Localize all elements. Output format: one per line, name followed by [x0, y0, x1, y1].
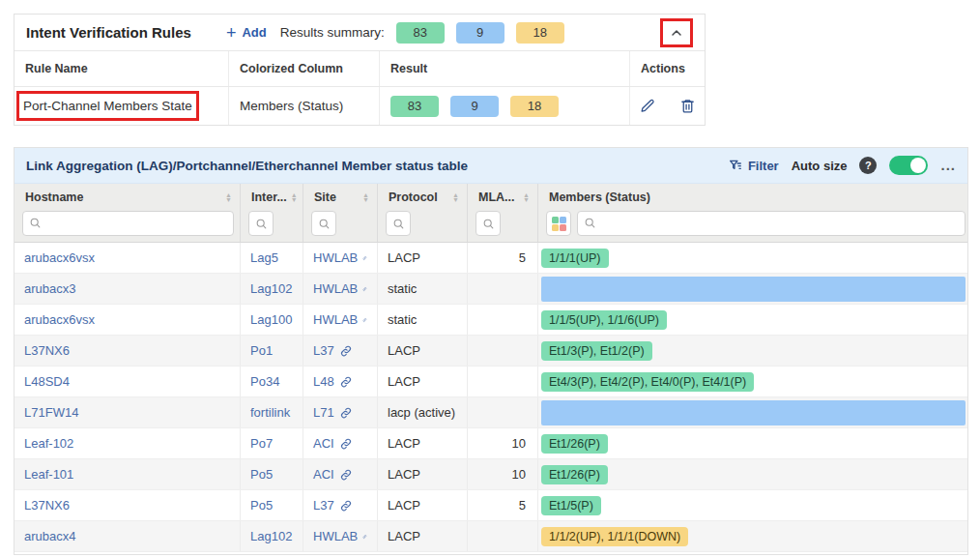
delete-rule-button[interactable] — [679, 98, 696, 114]
table-row: arubacx6vsxLag100HWLABstatic1/1/5(UP), 1… — [14, 305, 967, 336]
table-row: Port-Channel Members State Members (Stat… — [14, 87, 705, 125]
sort-icon[interactable]: ▲▼ — [225, 192, 232, 203]
result-count-badge: 83 — [390, 96, 439, 117]
interface-link[interactable]: Po5 — [241, 490, 303, 520]
auto-size-toggle[interactable] — [889, 156, 928, 175]
hostname-search-input[interactable] — [22, 211, 234, 236]
table-row: L48SD4Po34L48LACPEt4/3(P), Et4/2(P), Et4… — [14, 366, 967, 397]
members-status-cell: Et1/3(P), Et1/2(P) — [538, 336, 967, 366]
help-icon[interactable]: ? — [859, 157, 877, 174]
site-name: HWLAB — [313, 250, 358, 265]
site-link[interactable]: L71 — [303, 397, 378, 427]
link-icon — [339, 344, 353, 358]
protocol-search-button[interactable] — [386, 211, 411, 236]
result-count-badge: 18 — [510, 96, 559, 117]
column-header-interface[interactable]: Inter... ▲▼ — [241, 184, 303, 211]
pencil-icon — [640, 98, 656, 114]
search-icon — [392, 218, 405, 230]
site-link[interactable]: ACI — [303, 459, 378, 489]
interface-link[interactable]: Po7 — [241, 428, 303, 458]
intent-verification-rules-panel: Intent Verification Rules + Add Results … — [14, 14, 706, 126]
column-header-site[interactable]: Site ▲▼ — [303, 184, 378, 211]
hostname-link[interactable]: Leaf-102 — [14, 428, 241, 458]
members-status-cell: Et1/5(P) — [538, 490, 967, 520]
collapse-panel-button[interactable] — [663, 21, 690, 44]
hostname-link[interactable]: arubacx6vsx — [14, 305, 241, 335]
mlag-value — [468, 366, 538, 396]
rule-actions-cell — [630, 87, 705, 125]
column-label: Protocol — [389, 191, 438, 204]
rules-table-header-row: Rule Name Colorized Column Result Action… — [14, 51, 705, 87]
column-header-protocol[interactable]: Protocol ▲▼ — [378, 184, 468, 211]
site-link[interactable]: HWLAB — [303, 243, 378, 273]
members-search-input[interactable] — [577, 211, 966, 236]
edit-rule-button[interactable] — [640, 98, 656, 114]
site-name: L71 — [313, 405, 334, 420]
column-header-result: Result — [380, 51, 630, 86]
result-count-badge: 83 — [396, 22, 445, 44]
add-button-label: Add — [242, 25, 266, 40]
site-link[interactable]: ACI — [303, 428, 378, 458]
auto-size-label: Auto size — [792, 159, 848, 173]
hostname-link[interactable]: L37NX6 — [14, 336, 241, 366]
hostname-link[interactable]: arubacx3 — [14, 274, 241, 304]
site-link[interactable]: L37 — [303, 490, 378, 520]
interface-link[interactable]: Lag5 — [241, 243, 303, 273]
more-options-button[interactable]: ... — [940, 162, 956, 168]
hostname-link[interactable]: L48SD4 — [14, 366, 241, 396]
interface-link[interactable]: Po34 — [241, 366, 303, 396]
rule-result-badges: 83918 — [390, 96, 559, 117]
sort-icon[interactable]: ▲▼ — [523, 192, 530, 203]
site-link[interactable]: L48 — [303, 366, 378, 396]
interface-link[interactable]: fortilink — [241, 397, 303, 427]
column-header-mlag[interactable]: MLA... ▲▼ — [468, 184, 538, 211]
hostname-link[interactable]: L71FW14 — [14, 397, 241, 427]
protocol-value: LACP — [378, 459, 468, 489]
hostname-link[interactable]: arubacx6vsx — [14, 243, 241, 273]
members-status-badge: 1/1/1(UP) — [541, 249, 609, 268]
sort-icon[interactable]: ▲▼ — [362, 192, 369, 203]
column-label: Members (Status) — [549, 191, 650, 204]
site-link[interactable]: HWLAB — [303, 305, 378, 335]
interface-search-button[interactable] — [248, 211, 274, 236]
members-status-badge: Et1/3(P), Et1/2(P) — [541, 341, 652, 361]
rule-result-cell: 83918 — [380, 87, 630, 125]
filter-button[interactable]: Filter — [728, 158, 779, 173]
site-link[interactable]: HWLAB — [303, 274, 378, 304]
chevron-up-icon — [669, 25, 684, 41]
interface-link[interactable]: Lag102 — [241, 274, 303, 304]
add-rule-button[interactable]: + Add — [226, 24, 267, 42]
link-icon — [339, 406, 353, 420]
toggle-knob — [910, 158, 926, 173]
mlag-value: 10 — [468, 459, 538, 489]
search-icon — [255, 218, 268, 230]
column-header-hostname[interactable]: Hostname ▲▼ — [14, 184, 241, 211]
interface-link[interactable]: Lag100 — [241, 305, 303, 335]
table-row: Leaf-102Po7ACILACP10Et1/26(P) — [14, 428, 967, 459]
mlag-filter-cell — [468, 211, 538, 242]
column-label: MLA... — [478, 191, 515, 204]
site-link[interactable]: L37 — [303, 336, 378, 366]
site-search-button[interactable] — [311, 211, 336, 236]
sort-icon[interactable]: ▲▼ — [291, 192, 298, 203]
color-filter-button[interactable] — [546, 211, 571, 236]
hostname-link[interactable]: arubacx4 — [14, 521, 241, 551]
interface-link[interactable]: Lag102 — [241, 521, 303, 551]
lag-table-title-bar: Link Aggregation (LAG)/Portchannel/Ether… — [14, 148, 967, 184]
column-label: Hostname — [25, 191, 83, 204]
summary-badges: 83918 — [396, 22, 564, 44]
link-icon — [362, 251, 367, 265]
site-name: HWLAB — [313, 312, 358, 327]
mlag-value — [468, 336, 538, 366]
interface-link[interactable]: Po5 — [241, 459, 303, 489]
mlag-search-button[interactable] — [476, 211, 501, 236]
hostname-link[interactable]: L37NX6 — [14, 490, 241, 520]
column-header-colorized-column: Colorized Column — [229, 51, 380, 86]
plus-icon: + — [226, 24, 237, 42]
interface-link[interactable]: Po1 — [241, 336, 303, 366]
hostname-link[interactable]: Leaf-101 — [14, 459, 241, 489]
site-link[interactable]: HWLAB — [303, 521, 378, 551]
sort-icon[interactable]: ▲▼ — [452, 192, 459, 203]
table-row: L71FW14fortilinkL71lacp (active) — [14, 397, 967, 428]
color-palette-icon — [552, 217, 566, 231]
